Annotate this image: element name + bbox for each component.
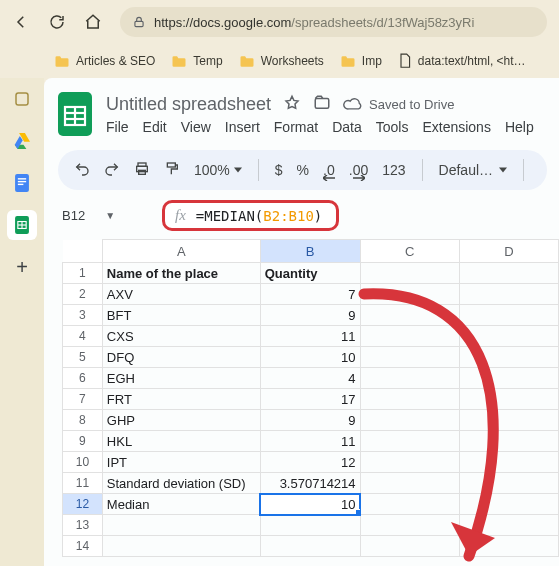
- cell[interactable]: [360, 347, 459, 368]
- cell[interactable]: 3.570714214: [260, 473, 360, 494]
- cell[interactable]: AXV: [102, 284, 260, 305]
- cell[interactable]: Standard deviation (SD): [102, 473, 260, 494]
- row-header[interactable]: 4: [63, 326, 103, 347]
- col-header[interactable]: B: [260, 240, 360, 263]
- undo-button[interactable]: [74, 161, 90, 180]
- cell[interactable]: [459, 305, 558, 326]
- cell[interactable]: [360, 368, 459, 389]
- cell[interactable]: DFQ: [102, 347, 260, 368]
- cell[interactable]: [459, 515, 558, 536]
- cell[interactable]: [360, 284, 459, 305]
- col-header[interactable]: A: [102, 240, 260, 263]
- row-header[interactable]: 13: [63, 515, 103, 536]
- format-percent-button[interactable]: %: [297, 162, 309, 178]
- cell[interactable]: [102, 536, 260, 557]
- row-header[interactable]: 11: [63, 473, 103, 494]
- menu-format[interactable]: Format: [274, 119, 318, 135]
- cell[interactable]: BFT: [102, 305, 260, 326]
- cell[interactable]: Name of the place: [102, 263, 260, 284]
- cell[interactable]: [459, 431, 558, 452]
- cell[interactable]: 12: [260, 452, 360, 473]
- cell[interactable]: [459, 368, 558, 389]
- cell[interactable]: [360, 494, 459, 515]
- row-header[interactable]: 14: [63, 536, 103, 557]
- format-currency-button[interactable]: $: [275, 162, 283, 178]
- cell[interactable]: [459, 263, 558, 284]
- saved-status[interactable]: Saved to Drive: [343, 97, 454, 112]
- row-header[interactable]: 6: [63, 368, 103, 389]
- more-formats-button[interactable]: 123: [382, 162, 405, 178]
- name-box[interactable]: B12 ▼: [62, 208, 148, 223]
- cell[interactable]: 9: [260, 305, 360, 326]
- row-header[interactable]: 8: [63, 410, 103, 431]
- bookmark-item[interactable]: data:text/html, <ht…: [398, 53, 526, 69]
- increase-decimal-button[interactable]: .00: [349, 162, 368, 178]
- cell[interactable]: [459, 326, 558, 347]
- bookmark-item[interactable]: Temp: [171, 54, 222, 68]
- menu-file[interactable]: File: [106, 119, 129, 135]
- cell[interactable]: [360, 326, 459, 347]
- bookmark-item[interactable]: Imp: [340, 54, 382, 68]
- menu-edit[interactable]: Edit: [143, 119, 167, 135]
- tab-other[interactable]: [7, 84, 37, 114]
- cell[interactable]: [360, 515, 459, 536]
- cell[interactable]: [360, 263, 459, 284]
- address-bar[interactable]: https://docs.google.com/spreadsheets/d/1…: [120, 7, 547, 37]
- redo-button[interactable]: [104, 161, 120, 180]
- row-header[interactable]: 12: [63, 494, 103, 515]
- decrease-decimal-button[interactable]: .0: [323, 162, 335, 178]
- cell[interactable]: [459, 389, 558, 410]
- cell[interactable]: [459, 452, 558, 473]
- cell[interactable]: FRT: [102, 389, 260, 410]
- cell[interactable]: 11: [260, 431, 360, 452]
- cell[interactable]: [360, 536, 459, 557]
- tab-sheets-active[interactable]: [7, 210, 37, 240]
- menu-tools[interactable]: Tools: [376, 119, 409, 135]
- formula-bar[interactable]: fx =MEDIAN(B2:B10): [162, 200, 339, 231]
- bookmark-item[interactable]: Worksheets: [239, 54, 324, 68]
- cell[interactable]: [459, 494, 558, 515]
- cell[interactable]: 4: [260, 368, 360, 389]
- cell[interactable]: [459, 284, 558, 305]
- row-header[interactable]: 1: [63, 263, 103, 284]
- cell[interactable]: [360, 410, 459, 431]
- cell[interactable]: 10: [260, 494, 360, 515]
- cell[interactable]: EGH: [102, 368, 260, 389]
- menu-view[interactable]: View: [181, 119, 211, 135]
- cell[interactable]: [459, 410, 558, 431]
- cell[interactable]: [360, 389, 459, 410]
- cell[interactable]: CXS: [102, 326, 260, 347]
- row-header[interactable]: 10: [63, 452, 103, 473]
- new-tab-button[interactable]: +: [7, 252, 37, 282]
- star-icon[interactable]: [283, 94, 301, 115]
- cell[interactable]: 9: [260, 410, 360, 431]
- bookmark-item[interactable]: Articles & SEO: [54, 54, 155, 68]
- tab-drive[interactable]: [7, 126, 37, 156]
- tab-docs[interactable]: [7, 168, 37, 198]
- cell[interactable]: [102, 515, 260, 536]
- cell[interactable]: [459, 473, 558, 494]
- cell[interactable]: [360, 473, 459, 494]
- col-header[interactable]: C: [360, 240, 459, 263]
- document-title[interactable]: Untitled spreadsheet: [106, 94, 271, 115]
- cell[interactable]: 10: [260, 347, 360, 368]
- zoom-selector[interactable]: 100%: [194, 162, 242, 178]
- cell[interactable]: GHP: [102, 410, 260, 431]
- move-icon[interactable]: [313, 94, 331, 115]
- row-header[interactable]: 3: [63, 305, 103, 326]
- cell[interactable]: [360, 452, 459, 473]
- spreadsheet-grid[interactable]: A B C D 1Name of the placeQuantity2AXV73…: [44, 239, 559, 557]
- cell[interactable]: 17: [260, 389, 360, 410]
- cell[interactable]: [459, 347, 558, 368]
- row-header[interactable]: 7: [63, 389, 103, 410]
- cell[interactable]: [260, 515, 360, 536]
- cell[interactable]: IPT: [102, 452, 260, 473]
- cell[interactable]: [260, 536, 360, 557]
- cell[interactable]: Median: [102, 494, 260, 515]
- cell[interactable]: [360, 431, 459, 452]
- paint-format-button[interactable]: [164, 161, 180, 180]
- font-family-selector[interactable]: Defaul…: [439, 162, 507, 178]
- menu-data[interactable]: Data: [332, 119, 362, 135]
- cell[interactable]: [360, 305, 459, 326]
- print-button[interactable]: [134, 161, 150, 180]
